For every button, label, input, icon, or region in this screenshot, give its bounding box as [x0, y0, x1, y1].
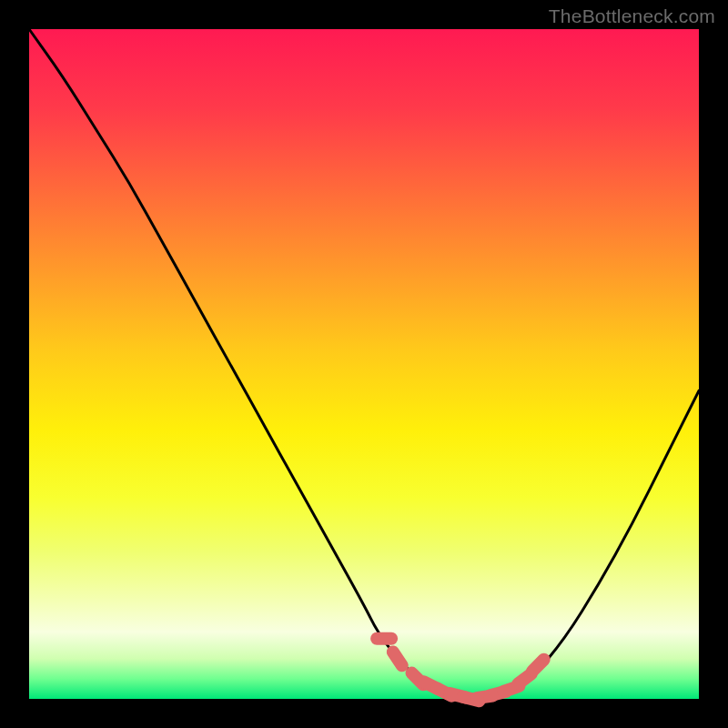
watermark-text: TheBottleneck.com	[549, 5, 715, 27]
highlight-marker	[532, 660, 544, 672]
bottleneck-curve	[29, 29, 699, 699]
highlight-marker	[393, 652, 402, 665]
highlight-markers	[377, 639, 544, 701]
curve-svg	[29, 29, 699, 699]
plot-area	[29, 29, 699, 699]
chart-frame: TheBottleneck.com	[0, 0, 728, 728]
